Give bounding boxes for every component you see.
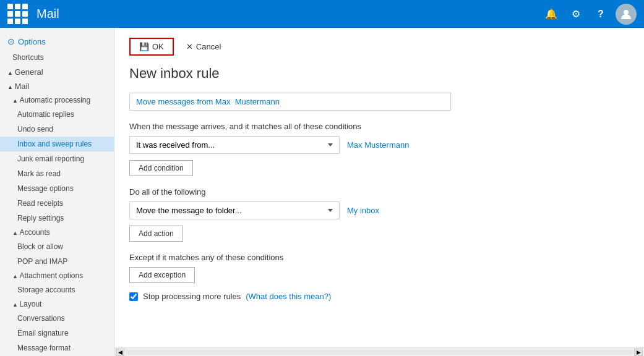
save-icon: 💾 <box>139 42 149 51</box>
main-scroll-area[interactable]: 💾 OK ✕ Cancel New inbox rule When the me <box>114 28 644 347</box>
add-condition-button[interactable]: Add condition <box>129 160 193 176</box>
cancel-button[interactable]: ✕ Cancel <box>181 39 226 54</box>
add-exception-button[interactable]: Add exception <box>129 267 195 283</box>
cancel-x-icon: ✕ <box>186 42 193 51</box>
sidebar-item-undo-send[interactable]: Undo send <box>0 122 114 137</box>
sidebar-item-junk-email[interactable]: Junk email reporting <box>0 151 114 166</box>
condition-person-value: Max Mustermann <box>347 140 409 150</box>
action-section-label: Do all of the following <box>129 187 629 197</box>
topbar: Mail 🔔 ⚙ ? <box>0 0 644 28</box>
sidebar-back-button[interactable]: ⊙ Options <box>0 33 114 50</box>
sidebar-item-shortcuts[interactable]: Shortcuts <box>0 50 114 65</box>
sidebar-item-storage[interactable]: Storage accounts <box>0 282 114 297</box>
layout: ⊙ Options Shortcuts General Mail Automat… <box>0 28 644 356</box>
app-grid-icon[interactable] <box>7 4 28 24</box>
sidebar-section-auto-processing[interactable]: Automatic processing <box>0 93 114 107</box>
sidebar-section-mail[interactable]: Mail <box>0 79 114 93</box>
action-select[interactable]: Move the message to folder... <box>129 201 340 219</box>
gear-icon[interactable]: ⚙ <box>566 4 586 24</box>
sidebar-section-accounts[interactable]: Accounts <box>0 226 114 239</box>
add-action-button[interactable]: Add action <box>129 226 183 242</box>
condition-section-label: When the message arrives, and it matches… <box>129 122 629 131</box>
sidebar-item-reply-settings[interactable]: Reply settings <box>0 211 114 226</box>
back-arrow-icon: ⊙ <box>7 36 15 46</box>
bell-icon[interactable]: 🔔 <box>541 4 561 24</box>
svg-point-0 <box>624 10 629 15</box>
hscroll-left-arrow[interactable]: ◀ <box>116 349 124 356</box>
sidebar: ⊙ Options Shortcuts General Mail Automat… <box>0 28 114 356</box>
sidebar-section-attachment[interactable]: Attachment options <box>0 269 114 282</box>
main-inner: 💾 OK ✕ Cancel New inbox rule When the me <box>114 28 644 347</box>
action-target-value: My inbox <box>347 206 379 215</box>
sidebar-section-layout[interactable]: Layout <box>0 297 114 311</box>
sidebar-item-conversations[interactable]: Conversations <box>0 311 114 326</box>
stop-processing-label[interactable]: Stop processing more rules <box>143 292 241 301</box>
horizontal-scrollbar[interactable]: ◀ ▶ <box>114 347 644 356</box>
app-title: Mail <box>36 7 541 21</box>
action-row: Move the message to folder... My inbox <box>129 201 629 219</box>
rule-name-input[interactable] <box>129 93 451 111</box>
sidebar-item-auto-replies[interactable]: Automatic replies <box>0 107 114 122</box>
page-title: New inbox rule <box>129 66 629 82</box>
sidebar-item-inbox-sweep[interactable]: Inbox and sweep rules <box>0 137 114 151</box>
ok-label: OK <box>152 42 164 51</box>
stop-processing-checkbox[interactable] <box>129 292 138 301</box>
cancel-label: Cancel <box>196 42 221 51</box>
avatar[interactable] <box>616 4 637 25</box>
exception-section-label: Except if it matches any of these condit… <box>129 253 629 262</box>
stop-processing-row: Stop processing more rules (What does th… <box>129 292 629 301</box>
sidebar-item-block-allow[interactable]: Block or allow <box>0 239 114 254</box>
sidebar-item-message-options[interactable]: Message options <box>0 181 114 196</box>
topbar-actions: 🔔 ⚙ ? <box>541 4 637 25</box>
sidebar-item-message-format[interactable]: Message format <box>0 341 114 355</box>
sidebar-item-mark-as-read[interactable]: Mark as read <box>0 166 114 181</box>
stop-processing-link[interactable]: (What does this mean?) <box>246 292 331 301</box>
sidebar-section-general[interactable]: General <box>0 65 114 79</box>
hscroll-track[interactable] <box>126 350 633 355</box>
sidebar-item-email-signature[interactable]: Email signature <box>0 326 114 341</box>
help-icon[interactable]: ? <box>591 4 611 24</box>
sidebar-item-read-receipts[interactable]: Read receipts <box>0 196 114 211</box>
toolbar: 💾 OK ✕ Cancel <box>129 38 629 56</box>
sidebar-back-label: Options <box>18 37 46 46</box>
main-wrapper: 💾 OK ✕ Cancel New inbox rule When the me <box>114 28 644 356</box>
condition-row: It was received from... Max Mustermann <box>129 136 629 154</box>
condition-select[interactable]: It was received from... <box>129 136 340 154</box>
ok-button[interactable]: 💾 OK <box>129 38 174 56</box>
hscroll-right-arrow[interactable]: ▶ <box>634 349 643 356</box>
sidebar-item-pop-imap[interactable]: POP and IMAP <box>0 254 114 269</box>
